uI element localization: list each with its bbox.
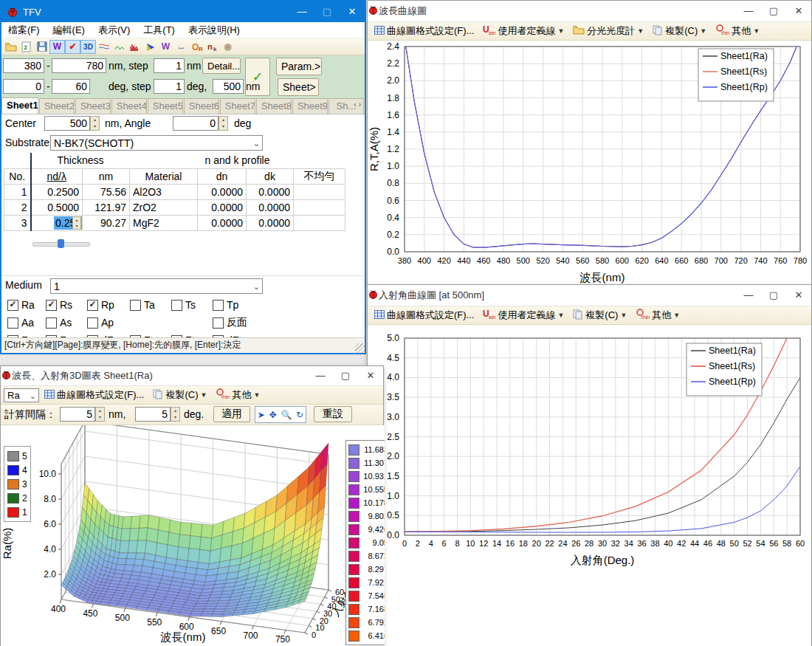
inhomogeneity-cell[interactable]	[294, 184, 345, 199]
menu-item-e[interactable]: 編輯(E)	[47, 22, 92, 38]
wavelength-chart-icon[interactable]: W	[49, 40, 65, 54]
w-curve-icon[interactable]: W	[158, 40, 173, 54]
minimize-button[interactable]: —	[308, 365, 333, 386]
checkbox-aa[interactable]: Aa	[7, 314, 34, 331]
dk-cell[interactable]: 0.0000	[247, 215, 294, 230]
material-cell[interactable]: MgF2	[130, 215, 198, 230]
toolbar-item-other[interactable]: ther其他▼	[632, 308, 684, 323]
substrate-dropdown[interactable]: N-BK7(SCHOTT) ⌄	[50, 135, 263, 151]
interval-nm-spinner[interactable]: ▴▾	[95, 407, 105, 422]
spectrum-bars-icon[interactable]	[127, 40, 142, 54]
tab-sheet2[interactable]: Sheet2	[39, 98, 75, 114]
checkbox-ta[interactable]: Ta	[130, 296, 155, 314]
wavelength-step-input[interactable]	[154, 58, 185, 73]
chart-3d-area[interactable]: 2.04.06.08.010.0400450500550600650700750…	[1, 425, 385, 646]
maximize-button[interactable]: ▢	[761, 285, 786, 306]
nm-cell[interactable]: 121.97	[83, 199, 130, 215]
toolbar-item-grid[interactable]: 曲線圖格式設定(F)...	[371, 24, 478, 38]
toolbar-item-copy[interactable]: 複製(C)▼	[149, 388, 210, 402]
dk-cell[interactable]: 0.0000	[247, 184, 294, 199]
resize-grip[interactable]	[355, 343, 365, 353]
chart-3d-titlebar[interactable]: 波長、入射角3D圖表 Sheet1(Ra) — ▢ ✕	[1, 366, 383, 386]
nm-cell[interactable]: 90.27	[83, 215, 130, 230]
checkbox-box[interactable]	[7, 317, 18, 329]
checkbox-box[interactable]	[171, 300, 182, 311]
wavelength-window-titlebar[interactable]: 波長曲線圖 — ▢ ✕	[368, 1, 811, 22]
angle-to-input[interactable]	[52, 79, 90, 94]
dn-cell[interactable]: 0.0000	[198, 215, 247, 230]
interval-nm-input[interactable]	[60, 407, 95, 422]
checkbox-tp[interactable]: Tp	[213, 296, 238, 314]
wavelength-chart[interactable]: 3804004204404604805005205405605806006206…	[368, 41, 811, 286]
menu-item-v[interactable]: 表示(V)	[92, 22, 137, 38]
toolbar-item-folder[interactable]: 分光光度計▼	[569, 24, 647, 38]
detail-button[interactable]: Detail...	[202, 58, 241, 74]
checkbox-box[interactable]: ✓	[7, 300, 18, 311]
toolbar-item-copy[interactable]: 複製(C)▼	[649, 24, 710, 38]
wavelength-from-input[interactable]	[3, 58, 44, 73]
checkbox-box[interactable]	[213, 317, 224, 329]
angle-from-input[interactable]	[3, 79, 44, 94]
checkbox-rs[interactable]: ✓Rs	[46, 296, 72, 314]
toolbar-item-copy[interactable]: 複製(C)▼	[569, 308, 630, 323]
minimize-button[interactable]: —	[289, 1, 314, 22]
tab-sheet6[interactable]: Sheet6	[184, 98, 219, 114]
center-wavelength-input[interactable]	[213, 79, 244, 94]
material-cell[interactable]: Al2O3	[130, 184, 198, 199]
center-angle-input[interactable]	[173, 116, 219, 131]
angle-chart-icon[interactable]: ✔	[65, 40, 80, 54]
tab-sheet7[interactable]: Sheet7	[220, 98, 255, 114]
menu-item-t[interactable]: 工具(T)	[137, 22, 182, 38]
maximize-button[interactable]: ▢	[333, 365, 358, 386]
medium-dropdown[interactable]: 1 ⌄	[50, 278, 263, 294]
or-tool-icon[interactable]: OR	[189, 40, 204, 54]
select-cursor-icon[interactable]: ➤	[258, 410, 265, 420]
menu-item-f[interactable]: 檔案(F)	[1, 22, 47, 38]
inhomogeneity-cell[interactable]	[294, 215, 345, 230]
nm-cell[interactable]: 75.56	[83, 184, 130, 199]
dk-cell[interactable]: 0.0000	[247, 199, 294, 215]
save-icon[interactable]	[34, 40, 49, 54]
toolbar-item-grid[interactable]: 曲線圖格式設定(F)...	[41, 388, 148, 402]
minimize-button[interactable]: —	[736, 285, 761, 306]
param-button[interactable]: Param.>	[276, 58, 322, 75]
interval-deg-spinner[interactable]: ▴▾	[171, 407, 180, 422]
toolbar-item-other[interactable]: ther其他▼	[712, 24, 763, 38]
inhomogeneity-cell[interactable]	[294, 199, 345, 215]
zoom-icon[interactable]: 🔍	[281, 410, 292, 420]
tab-scroll-arrows[interactable]: ‹›	[354, 100, 363, 109]
rotate-icon[interactable]: ↻	[296, 410, 303, 420]
checkbox-box[interactable]	[213, 300, 224, 311]
tab-sheet9[interactable]: Sheet9	[292, 98, 328, 114]
nk-curve-icon[interactable]	[111, 40, 127, 54]
wavelength-to-input[interactable]	[52, 58, 106, 73]
pan-icon[interactable]: ✥	[269, 410, 277, 420]
material-cell[interactable]: ZrO2	[130, 199, 198, 215]
sheet-button[interactable]: Sheet>	[278, 78, 319, 96]
reset-button[interactable]: 重設	[314, 406, 352, 422]
tab-sheet3[interactable]: Sheet3	[75, 98, 111, 114]
chart-3d-icon[interactable]: 3D	[80, 40, 96, 54]
checkbox-rp[interactable]: ✓Rp	[87, 296, 114, 314]
menu-item-h[interactable]: 表示說明(H)	[182, 22, 247, 38]
quantity-dropdown[interactable]: Ra ⌄	[4, 388, 39, 402]
checkbox-as[interactable]: As	[46, 314, 72, 331]
tab-sheet5[interactable]: Sheet5	[148, 98, 183, 114]
nk-tool-icon[interactable]: nk	[204, 40, 220, 54]
dn-cell[interactable]: 0.0000	[198, 184, 247, 199]
ndl-cell[interactable]: 0.25▴▾	[31, 215, 83, 230]
color-triangle-icon[interactable]	[142, 40, 158, 54]
open-file-icon[interactable]	[3, 40, 18, 54]
checkbox-box[interactable]	[130, 300, 141, 311]
dn-cell[interactable]: 0.0000	[198, 199, 247, 215]
ndl-cell[interactable]: 0.5000	[31, 199, 83, 215]
checkbox-box[interactable]: ✓	[87, 300, 98, 311]
ndl-cell[interactable]: 0.2500	[31, 184, 83, 199]
checkbox-box[interactable]	[46, 317, 57, 329]
checkbox-box[interactable]: ✓	[46, 300, 57, 311]
import-z-icon[interactable]: z	[18, 40, 34, 54]
maximize-button[interactable]: ▢	[761, 1, 786, 21]
toolbar-item-user[interactable]: User使用者定義線▼	[479, 24, 568, 38]
dispersion-curves-icon[interactable]	[96, 40, 111, 54]
cell-spinner[interactable]: ▴▾	[72, 216, 81, 230]
